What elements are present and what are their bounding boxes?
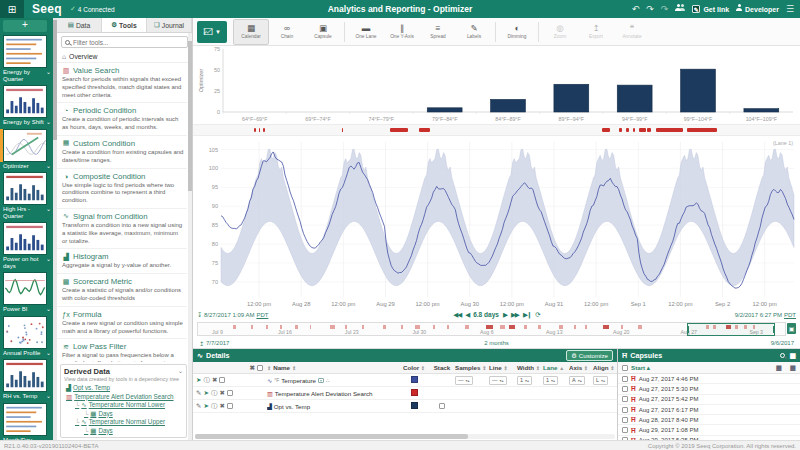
user-menu[interactable]: Developer (736, 6, 779, 13)
capsule-mark[interactable] (656, 128, 683, 132)
item-name[interactable]: Opt vs. Temp (274, 403, 310, 410)
worksheet-item[interactable]: Month/Day Histogram ⌄ (3, 403, 51, 441)
chevron-down-icon[interactable]: ⌄ (46, 119, 51, 126)
spread-button[interactable]: ≡Spread (420, 19, 456, 45)
worksheet-thumbnail[interactable] (3, 403, 47, 436)
row-checkbox[interactable] (227, 390, 233, 396)
edit-icon[interactable]: ✎ (196, 389, 201, 397)
capsule-mark[interactable] (390, 128, 408, 132)
step-back-fast-icon[interactable]: ◀◀ (453, 311, 461, 319)
tab-journal[interactable]: ❏Journal (147, 18, 192, 32)
tool-item-composite-condition[interactable]: ◑ Composite Condition Use simple logic t… (57, 169, 187, 209)
row-checkbox[interactable] (227, 403, 233, 409)
row-checkbox[interactable] (219, 377, 225, 383)
worksheet-item[interactable]: Power BI ⌄ (3, 272, 51, 314)
worksheet-thumbnail[interactable] (3, 129, 47, 162)
worksheet-thumbnail[interactable] (3, 172, 47, 205)
select-all-checkbox[interactable] (257, 365, 263, 371)
capsule-mark[interactable] (687, 128, 717, 132)
share-icon[interactable]: ↷ (661, 5, 669, 14)
derived-item-label[interactable]: Opt vs. Temp (73, 384, 110, 393)
one-lane-button[interactable]: ▬One Lane (348, 19, 384, 45)
labels-button[interactable]: ✎Labels (456, 19, 492, 45)
capsules-grid-icon[interactable]: ▦ (789, 352, 796, 360)
redo-icon[interactable]: ↷ (646, 5, 654, 14)
capsule-checkbox[interactable] (622, 417, 628, 423)
derived-item[interactable]: ▥ Temperature Alert Deviation Search (64, 393, 183, 402)
timebar-track[interactable]: Jul 9Jul 16Jul 23Jul 30Aug 6Aug 13Aug 20… (197, 322, 786, 336)
derived-item[interactable]: └ ∿ Temperature Normal Lower (64, 401, 183, 410)
overview-link[interactable]: ⌂ Overview (57, 51, 192, 63)
one-y-axis-button[interactable]: ∥One Y-Axis (384, 19, 420, 45)
capsule-mark[interactable] (602, 128, 609, 132)
add-worksheet-button[interactable]: + (3, 20, 47, 32)
dimming-button[interactable]: ◐Dimming (499, 19, 535, 45)
tab-tools[interactable]: ⚙Tools (102, 18, 147, 32)
line-width-stepper[interactable]: 1▾▴ (517, 376, 532, 385)
export-button[interactable]: ↥Export (578, 19, 614, 45)
info-icon[interactable]: ⓘ (211, 389, 218, 398)
tool-item-signal-from-condition[interactable]: ∿ Signal from Condition Transform a cond… (57, 209, 187, 249)
collapse-icon[interactable]: ⌄ (178, 367, 183, 374)
capsule-button[interactable]: ▣Capsule (305, 19, 341, 45)
step-forward-icon[interactable]: ▶ (503, 311, 507, 319)
capsule-mark[interactable] (633, 128, 635, 132)
tools-scrollbar[interactable] (188, 33, 192, 440)
customize-button[interactable]: ⚙Customize (566, 350, 613, 361)
details-row[interactable]: ✎➤ ⓘ ✖ ▥Temperature Alert Deviation Sear… (193, 387, 617, 400)
trend-chart[interactable]: 10510095908580757012:00 pmAug 2812:00 pm… (193, 136, 798, 308)
worksheet-item[interactable]: RH vs. Temp ⌄ (3, 359, 51, 401)
remove-icon[interactable]: ✖ (212, 376, 217, 384)
capsule-checkbox[interactable] (622, 376, 628, 382)
seeq-logo[interactable]: Seeq (32, 2, 62, 16)
worksheet-item[interactable]: Annual Profile ⌄ (3, 316, 51, 358)
derived-item-label[interactable]: Temperature Normal Upper (89, 418, 165, 427)
align-stepper[interactable]: L▾▴ (593, 376, 608, 385)
capsule-mark[interactable] (342, 128, 343, 132)
filter-tools-input[interactable] (73, 39, 184, 46)
stats-icon[interactable]: ∴ (326, 377, 330, 383)
capsules-select-all-checkbox[interactable] (622, 365, 628, 371)
worksheet-thumbnail[interactable] (3, 359, 47, 392)
hamburger-menu-icon[interactable]: ☰ (786, 5, 794, 14)
investigate-timebar[interactable]: Jul 9Jul 16Jul 23Jul 30Aug 6Aug 13Aug 20… (197, 321, 796, 338)
capsule-checkbox[interactable] (622, 407, 628, 413)
capsule-row[interactable]: Ħ Aug 27, 2017 6:17 PM (618, 405, 800, 415)
capsule-row[interactable]: Ħ Aug 29, 2017 1:08 PM (618, 425, 800, 435)
derived-item-label[interactable]: Days (98, 410, 112, 419)
derived-item[interactable]: ▟ Opt vs. Temp (64, 384, 183, 393)
derived-item-label[interactable]: Days (98, 427, 112, 436)
remove-icon[interactable]: ✖ (219, 389, 224, 397)
worksheet-thumbnail[interactable] (3, 85, 47, 118)
worksheet-thumbnail[interactable] (3, 316, 47, 349)
chevron-down-icon[interactable]: ⌄ (46, 163, 51, 170)
calendar-button[interactable]: ▦Calendar (233, 19, 269, 45)
line-style-select[interactable]: —▾▴ (489, 376, 507, 385)
chain-button[interactable]: ∞Chain (269, 19, 305, 45)
details-hscrollbar[interactable] (195, 434, 615, 439)
capsule-mark[interactable] (626, 128, 629, 132)
item-name[interactable]: Temperature (281, 377, 316, 384)
worksheet-thumbnail[interactable] (3, 35, 47, 68)
connection-status[interactable]: ✓4 Connected (70, 5, 115, 13)
tool-item-formula[interactable]: ƒx Formula Create a new signal or condit… (57, 307, 187, 340)
color-swatch[interactable] (411, 376, 418, 383)
tool-item-periodic-condition[interactable]: ◔ Periodic Condition Create a condition … (57, 103, 187, 136)
pin-icon[interactable]: ➤ (203, 402, 208, 410)
investigate-duration[interactable]: 2 months (193, 340, 800, 346)
worksheet-item[interactable]: High Hrs - Quarter ⌄ (3, 172, 51, 220)
color-swatch[interactable] (411, 402, 418, 409)
chevron-down-icon[interactable]: ⌄ (46, 350, 51, 357)
tool-item-custom-condition[interactable]: ▦ Custom Condition Create a condition fr… (57, 136, 187, 169)
tool-item-scorecard-metric[interactable]: ▩ Scorecard Metric Create a statistic of… (57, 274, 187, 307)
color-swatch[interactable] (411, 389, 418, 396)
capsule-checkbox[interactable] (622, 386, 628, 392)
comment-icon[interactable] (318, 378, 324, 383)
chevron-down-icon[interactable]: ⌄ (46, 69, 51, 76)
remove-icon[interactable]: ✖ (219, 402, 224, 410)
worksheet-item[interactable]: Energy by Shift ⌄ (3, 85, 51, 127)
capsule-mark[interactable] (259, 128, 261, 132)
get-link-button[interactable]: ✎Get link (692, 5, 729, 13)
pin-icon[interactable]: ➤ (203, 389, 208, 397)
selection-left-handle[interactable] (687, 326, 689, 333)
